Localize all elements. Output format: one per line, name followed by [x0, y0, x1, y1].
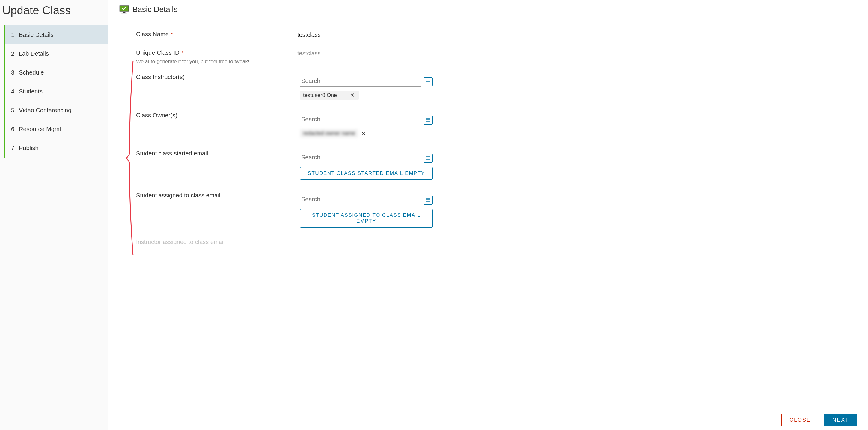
wizard-step-label: Lab Details	[19, 50, 49, 57]
list-icon	[426, 80, 430, 84]
page-title: Update Class	[0, 0, 108, 26]
form: Class Name * Unique Class ID * We auto-g…	[119, 31, 857, 247]
class-name-input[interactable]	[296, 31, 436, 40]
scroll-fade	[125, 401, 868, 410]
section-header: Basic Details	[119, 5, 857, 14]
next-button[interactable]: NEXT	[824, 414, 857, 426]
sidebar: Update Class 1 Basic Details 2 Lab Detai…	[0, 0, 108, 430]
wizard-step-number: 6	[11, 126, 19, 133]
instructors-picker: testuser0 One ✕	[296, 74, 436, 103]
wizard-step-schedule[interactable]: 3 Schedule	[5, 63, 108, 82]
footer-actions: CLOSE NEXT	[781, 414, 857, 426]
wizard-step-basic-details[interactable]: 1 Basic Details	[5, 26, 108, 44]
owners-list-button[interactable]	[424, 115, 433, 125]
student-assigned-email-empty-banner[interactable]: STUDENT ASSIGNED TO CLASS EMAIL EMPTY	[300, 209, 433, 228]
chip-remove-icon[interactable]: ✕	[360, 130, 367, 137]
section-title: Basic Details	[132, 5, 178, 14]
wizard-step-number: 1	[11, 31, 19, 38]
unique-id-input[interactable]	[296, 49, 436, 59]
wizard-step-label: Students	[19, 88, 42, 95]
chip-label: redacted owner name	[303, 130, 355, 137]
annotation-bracket-icon	[126, 61, 135, 256]
student-started-email-picker: STUDENT CLASS STARTED EMAIL EMPTY	[296, 150, 436, 183]
wizard-step-number: 5	[11, 107, 19, 114]
wizard-step-label: Publish	[19, 145, 39, 152]
required-indicator: *	[181, 51, 183, 56]
student-started-email-empty-banner[interactable]: STUDENT CLASS STARTED EMAIL EMPTY	[300, 167, 433, 180]
chip-label: testuser0 One	[303, 92, 337, 99]
student-started-email-label: Student class started email	[136, 150, 208, 157]
wizard-step-lab-details[interactable]: 2 Lab Details	[5, 44, 108, 63]
instructors-label: Class Instructor(s)	[136, 74, 185, 80]
owners-label: Class Owner(s)	[136, 112, 178, 119]
wizard-step-resource-mgmt[interactable]: 6 Resource Mgmt	[5, 120, 108, 139]
unique-id-label: Unique Class ID	[136, 49, 180, 56]
student-started-email-search-input[interactable]	[300, 153, 421, 163]
instructors-list-button[interactable]	[424, 77, 433, 86]
instructors-search-input[interactable]	[300, 77, 421, 87]
wizard-step-video-conferencing[interactable]: 5 Video Conferencing	[5, 101, 108, 120]
owners-picker: redacted owner name ✕	[296, 112, 436, 141]
wizard-steps: 1 Basic Details 2 Lab Details 3 Schedule…	[4, 26, 108, 158]
student-assigned-email-list-button[interactable]	[424, 196, 433, 204]
wizard-step-students[interactable]: 4 Students	[5, 82, 108, 101]
wizard-step-number: 2	[11, 50, 19, 57]
student-assigned-email-label: Student assigned to class email	[136, 192, 220, 199]
unique-id-helper: We auto-generate it for you, but feel fr…	[136, 59, 296, 65]
owners-search-input[interactable]	[300, 115, 421, 125]
svg-rect-2	[121, 12, 127, 13]
wizard-step-number: 4	[11, 88, 19, 95]
required-indicator: *	[170, 32, 172, 37]
monitor-check-icon	[119, 5, 129, 14]
list-icon	[426, 156, 430, 161]
wizard-step-label: Schedule	[19, 69, 44, 76]
main-content: Basic Details Class Name * Unique Class …	[108, 0, 868, 430]
wizard-step-label: Video Conferencing	[19, 107, 71, 114]
instructor-chip: testuser0 One ✕	[300, 91, 359, 100]
wizard-step-label: Basic Details	[19, 31, 54, 38]
instructor-assigned-email-picker	[296, 240, 436, 243]
class-name-label: Class Name	[136, 31, 169, 37]
close-button[interactable]: CLOSE	[781, 414, 819, 426]
wizard-step-label: Resource Mgmt	[19, 126, 61, 133]
wizard-step-number: 7	[11, 145, 19, 152]
wizard-step-number: 3	[11, 69, 19, 76]
student-started-email-list-button[interactable]	[424, 154, 433, 163]
wizard-step-publish[interactable]: 7 Publish	[5, 139, 108, 158]
list-icon	[426, 198, 430, 202]
owner-chip-redacted: redacted owner name	[300, 129, 358, 138]
list-icon	[426, 118, 430, 123]
chip-remove-icon[interactable]: ✕	[349, 92, 356, 99]
student-assigned-email-search-input[interactable]	[300, 195, 421, 205]
svg-rect-1	[123, 12, 126, 13]
student-assigned-email-picker: STUDENT ASSIGNED TO CLASS EMAIL EMPTY	[296, 192, 436, 231]
instructor-assigned-email-label: Instructor assigned to class email	[136, 239, 225, 245]
